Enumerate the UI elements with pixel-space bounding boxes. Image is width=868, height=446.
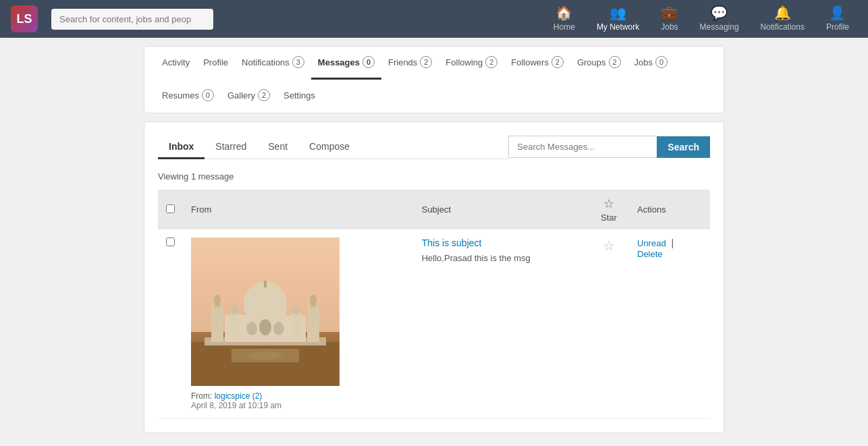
star-cell: ☆ — [589, 229, 629, 419]
messages-table: From Subject ☆ Star Actions — [158, 190, 710, 419]
message-search-input[interactable] — [508, 136, 657, 158]
profile-tab-groups[interactable]: Groups 2 — [570, 47, 628, 80]
nav-profile[interactable]: 👤 Profile — [818, 3, 857, 34]
nav-notifications-label: Notifications — [761, 22, 805, 32]
gallery-badge: 2 — [258, 89, 270, 101]
jobs-icon: 💼 — [661, 6, 678, 20]
msg-tab-compose[interactable]: Compose — [298, 136, 360, 159]
table-row: From: logicspice (2) April 8, 2019 at 10… — [158, 229, 710, 419]
profile-tab-messages[interactable]: Messages 0 — [311, 47, 381, 80]
svg-rect-4 — [211, 305, 223, 342]
profile-tab-settings[interactable]: Settings — [277, 81, 322, 112]
svg-point-17 — [259, 319, 271, 335]
viewing-count: Viewing 1 message — [158, 171, 710, 182]
msg-tab-starred[interactable]: Starred — [205, 136, 257, 159]
svg-rect-10 — [230, 310, 238, 339]
action-separator: | — [672, 238, 674, 248]
my-network-icon: 👥 — [609, 6, 626, 20]
profile-tabs: Activity Profile Notifications 3 Message… — [155, 47, 713, 113]
messages-badge: 0 — [362, 56, 375, 68]
profile-icon: 👤 — [829, 6, 846, 20]
following-badge: 2 — [485, 56, 497, 68]
profile-tab-gallery[interactable]: Gallery 2 — [221, 80, 277, 113]
svg-point-18 — [273, 322, 284, 335]
nav-home-label: Home — [553, 22, 575, 32]
nav-items: 🏠 Home 👥 My Network 💼 Jobs 💬 Messaging 🔔… — [545, 3, 857, 34]
svg-point-20 — [248, 352, 282, 360]
global-search-input[interactable] — [51, 9, 213, 30]
svg-point-6 — [214, 295, 221, 306]
resumes-badge: 0 — [202, 89, 214, 101]
global-search[interactable] — [51, 9, 213, 30]
nav-notifications[interactable]: 🔔 Notifications — [753, 3, 813, 34]
profile-tab-notifications[interactable]: Notifications 3 — [235, 47, 311, 80]
nav-home[interactable]: 🏠 Home — [545, 3, 583, 34]
subject-cell: This is subject Hello,Prasad this is the… — [414, 229, 589, 419]
message-tabs: Inbox Starred Sent Compose — [158, 136, 508, 159]
message-search: Search — [508, 136, 710, 163]
svg-rect-1 — [191, 342, 340, 386]
sender-name-link[interactable]: logicspice (2) — [215, 391, 263, 401]
unread-action[interactable]: Unread — [637, 238, 666, 248]
profile-tab-resumes[interactable]: Resumes 0 — [155, 80, 221, 113]
nav-my-network-label: My Network — [597, 22, 639, 32]
select-all-checkbox[interactable] — [166, 204, 175, 213]
nav-jobs[interactable]: 💼 Jobs — [653, 3, 686, 34]
message-preview: Hello,Prasad this is the msg — [422, 253, 531, 263]
svg-point-9 — [310, 295, 317, 306]
sender-cell: From: logicspice (2) April 8, 2019 at 10… — [183, 229, 414, 419]
actions-cell: Unread | Delete — [629, 229, 710, 419]
messaging-icon: 💬 — [711, 6, 728, 20]
svg-rect-7 — [307, 305, 319, 342]
star-toggle[interactable]: ☆ — [597, 238, 621, 254]
svg-point-11 — [230, 305, 238, 314]
taj-mahal-svg — [191, 238, 340, 386]
svg-point-16 — [246, 322, 257, 335]
message-search-button[interactable]: Search — [657, 136, 710, 158]
sender-info: From: logicspice (2) April 8, 2019 at 10… — [191, 391, 406, 410]
sender-date: April 8, 2019 at 10:19 am — [191, 401, 281, 410]
profile-tab-followers[interactable]: Followers 2 — [504, 47, 570, 80]
app-logo: LS — [11, 5, 38, 32]
profile-tab-profile[interactable]: Profile — [196, 48, 235, 79]
msg-tab-inbox[interactable]: Inbox — [158, 136, 205, 159]
from-header: From — [183, 190, 414, 229]
from-label: From: — [191, 391, 215, 401]
nav-messaging[interactable]: 💬 Messaging — [692, 3, 747, 34]
subject-header: Subject — [414, 190, 589, 229]
subject-link[interactable]: This is subject — [422, 238, 580, 248]
star-header-icon: ☆ — [603, 196, 614, 211]
svg-rect-12 — [292, 310, 300, 339]
followers-badge: 2 — [551, 56, 564, 68]
friends-badge: 2 — [420, 56, 432, 68]
msg-tab-sent[interactable]: Sent — [257, 136, 298, 159]
profile-tab-activity[interactable]: Activity — [155, 48, 196, 79]
jobs-badge: 0 — [655, 56, 668, 68]
actions-header: Actions — [629, 190, 710, 229]
svg-point-13 — [292, 305, 300, 314]
top-navigation: LS 🏠 Home 👥 My Network 💼 Jobs 💬 Messagin… — [0, 0, 868, 38]
svg-rect-15 — [264, 281, 267, 287]
nav-my-network[interactable]: 👥 My Network — [589, 3, 647, 34]
profile-tabs-container: Activity Profile Notifications 3 Message… — [144, 46, 724, 113]
messages-panel: Inbox Starred Sent Compose Search Viewin… — [144, 121, 724, 433]
star-header: ☆ Star — [589, 190, 629, 229]
sender-image — [191, 238, 340, 386]
notifications-badge: 3 — [292, 56, 304, 68]
profile-tab-jobs[interactable]: Jobs 0 — [628, 47, 674, 80]
nav-jobs-label: Jobs — [661, 22, 678, 32]
groups-badge: 2 — [609, 56, 621, 68]
nav-messaging-label: Messaging — [700, 22, 739, 32]
notifications-icon: 🔔 — [774, 6, 791, 20]
delete-action[interactable]: Delete — [637, 249, 663, 259]
profile-tab-following[interactable]: Following 2 — [439, 47, 504, 80]
nav-profile-label: Profile — [826, 22, 849, 32]
home-icon: 🏠 — [555, 6, 572, 20]
row-checkbox[interactable] — [166, 238, 175, 246]
profile-tab-friends[interactable]: Friends 2 — [381, 47, 439, 80]
